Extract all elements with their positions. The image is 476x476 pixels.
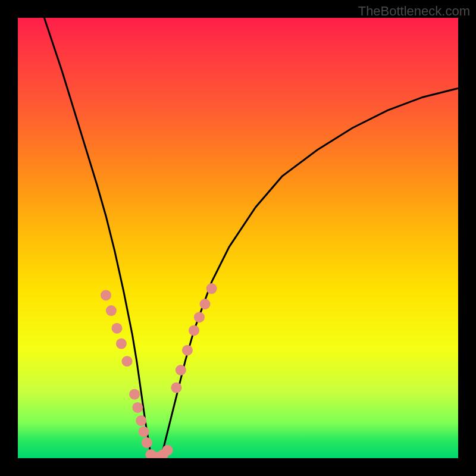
data-point	[112, 323, 123, 334]
gradient-plot-area	[18, 18, 458, 458]
data-point	[176, 365, 186, 375]
data-point	[129, 389, 140, 400]
chart-svg	[18, 18, 458, 458]
outer-frame: TheBottleneck.com	[0, 0, 476, 476]
data-point	[182, 345, 193, 356]
data-point	[122, 356, 133, 367]
data-point	[194, 312, 205, 322]
data-point	[139, 427, 149, 437]
watermark-text: TheBottleneck.com	[358, 4, 470, 19]
data-point	[101, 290, 111, 300]
data-point	[116, 339, 127, 349]
data-point	[142, 437, 152, 448]
data-point	[206, 283, 217, 294]
data-point	[189, 325, 199, 336]
data-point	[132, 402, 143, 413]
data-point	[106, 305, 117, 316]
scatter-dots	[101, 283, 217, 458]
data-point	[200, 299, 211, 309]
bottleneck-curve	[44, 18, 458, 458]
data-point	[136, 415, 146, 426]
data-point	[171, 383, 181, 393]
data-point	[162, 445, 173, 456]
